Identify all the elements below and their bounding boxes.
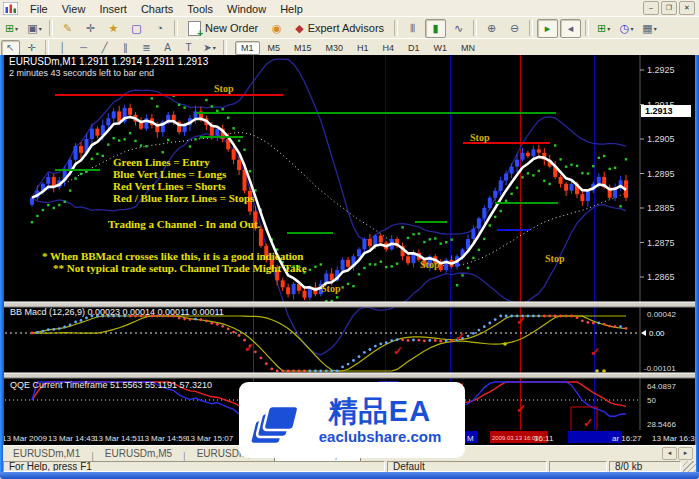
chart-shift-button[interactable]: ◂ [560,19,581,38]
candle-body [74,146,78,160]
window-border-bottom [0,472,699,479]
toolbar-separator [529,20,533,36]
menu-view[interactable]: View [55,2,93,16]
timeframe-button-m15[interactable]: M15 [288,41,318,55]
auto-scroll-button[interactable]: ▸ [537,19,558,38]
macd-dot [439,340,442,343]
new-chart-button[interactable]: ⊞▾ [1,19,22,38]
menu-file[interactable]: File [23,2,55,16]
horizontal-line-button[interactable]: ─ [74,40,93,56]
qqe-axis-mid: 50 [647,396,656,405]
expert-advisors-button[interactable]: ◆ Expert Advisors [288,18,391,38]
candle-body [232,149,236,159]
sar-dot [64,201,66,203]
price-axis-label: 1.2875 [647,238,675,248]
channel-button[interactable]: ∥ [116,40,135,56]
timeframe-button-m30[interactable]: M30 [320,41,350,55]
menu-window[interactable]: Window [220,2,273,16]
sar-dot [96,153,98,155]
metaeditor-button[interactable]: ◉ [266,19,287,38]
close-button[interactable]: ✕ [679,1,695,15]
indicators-button[interactable]: ⊞▾ [593,19,614,38]
menu-insert[interactable]: Insert [92,2,134,16]
candle-body [237,160,241,170]
sar-dot [549,183,551,185]
vertical-line-button[interactable]: │ [53,40,72,56]
trendline-button[interactable]: ╱ [95,40,114,56]
templates-button[interactable]: ▦▾ [639,19,660,38]
timeframe-button-m5[interactable]: M5 [262,41,287,55]
horizontal-line-icon: ─ [80,42,87,53]
candle-body [357,249,361,256]
candle-body [559,177,563,184]
price-axis-label: 1.2895 [647,169,675,179]
periods-button[interactable]: ◷▾ [616,19,637,38]
cursor-button[interactable]: ↖ [1,40,20,56]
timeframe-button-w1[interactable]: W1 [428,41,454,55]
navigator-button[interactable]: ★ [103,19,124,38]
macd-dot [385,341,388,344]
minimize-button[interactable]: – [643,1,659,15]
sar-dot [385,266,387,268]
sar-dot [205,99,207,101]
new-order-icon [188,21,201,36]
profiles-button[interactable]: ▣▾ [24,19,45,38]
new-order-button[interactable]: New Order [181,18,265,38]
macd-dot [418,339,421,342]
time-axis-label: 13 Mar 14:43 [48,434,96,443]
timeframe-button-h1[interactable]: H1 [351,41,375,55]
zoom-in-button[interactable]: ⊕ [481,19,502,38]
watermark: 精品EA eaclubshare.com [239,382,465,458]
zoom-out-button[interactable]: ⊖ [504,19,525,38]
macd-dot [445,339,448,342]
strategy-tester-button[interactable]: ◔ [149,19,170,38]
chart-symbol-title: EURUSDm,M1 1.2911 1.2914 1.2911 1.2913 [9,56,209,67]
candle-body [30,198,34,205]
crosshair-button[interactable]: ✛ [22,40,41,56]
timeframe-button-m1[interactable]: M1 [235,41,260,55]
sar-dot [118,139,120,141]
candlestick-chart-button[interactable]: ▮ [425,19,446,38]
menu-bar: FileViewInsertChartsToolsWindowHelp – ❐ … [0,0,699,17]
text-label-button[interactable]: T [179,40,198,56]
tab-scroll-left-icon[interactable]: ◂ [662,447,677,460]
sar-dot [74,177,76,179]
timeframe-button-h4[interactable]: H4 [377,41,401,55]
watermark-logo-icon [245,390,301,450]
text-button[interactable]: A [158,40,177,56]
terminal-button[interactable]: ▢ [126,19,147,38]
sar-dot [598,157,600,159]
sar-dot [58,204,60,206]
candle-body [471,229,475,239]
macd-dot [265,362,268,365]
macd-dot [183,318,186,321]
periods-icon: ◷ [620,22,630,35]
timeframe-button-d1[interactable]: D1 [402,41,426,55]
restore-button[interactable]: ❐ [661,1,677,15]
macd-dot [407,339,410,342]
status-profile[interactable]: Default [387,461,547,472]
sar-dot [587,172,589,174]
bbmacd-axis-top: 0.00042 [647,310,676,319]
fibonacci-button[interactable]: ≣ [137,40,156,56]
sar-dot [47,204,49,206]
chart-tab-0[interactable]: EURUSDm,M1 [3,446,90,462]
menu-help[interactable]: Help [273,2,310,16]
data-window-button[interactable]: ✛ [80,19,101,38]
toolbar-separator [473,20,477,36]
market-watch-button[interactable]: ✎ [57,19,78,38]
bar-chart-icon: ⫴ [410,22,415,35]
arrows-button[interactable]: ➤▾ [200,40,219,56]
panel-separator[interactable] [4,373,695,378]
tab-scroll-right-icon[interactable]: ▸ [678,447,693,460]
signal-check-mark: ✓ [590,345,600,359]
candle-body [597,177,601,184]
bar-chart-button[interactable]: ⫴ [402,19,423,38]
standard-toolbar: ⊞▾ ▣▾ ✎ ✛ ★ ▢ ◔ New Order ◉ ◆ Expert Adv… [0,16,699,40]
resize-grip[interactable] [683,461,696,472]
timeframe-button-mn[interactable]: MN [455,41,481,55]
menu-tools[interactable]: Tools [180,2,220,16]
menu-charts[interactable]: Charts [134,2,180,16]
chart-tab-1[interactable]: EURUSDm,M5 [95,446,182,462]
line-chart-button[interactable]: ∿ [448,19,469,38]
